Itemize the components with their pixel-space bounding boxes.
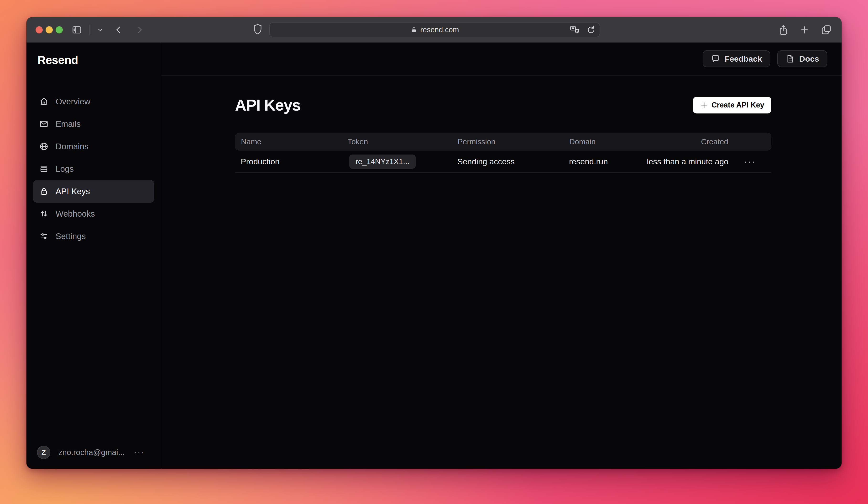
arrows-up-down-icon (39, 209, 49, 218)
table-row: Production re_14NYz1X1... Sending access… (235, 151, 771, 173)
header-actions: Feedback Docs (703, 50, 827, 67)
envelope-icon (39, 119, 49, 129)
tab-overview-icon[interactable] (820, 24, 832, 36)
sidebar-item-label: Domains (55, 142, 89, 151)
sidebar-item-settings[interactable]: Settings (33, 225, 154, 248)
permission-cell: Sending access (457, 157, 569, 166)
traffic-lights (35, 26, 63, 33)
sidebar: Resend Overview Emails (27, 42, 161, 468)
url-text: resend.com (421, 26, 459, 34)
account-row[interactable]: Z zno.rocha@gmai... ··· (37, 446, 144, 459)
sidebar-toggle-icon[interactable] (71, 24, 82, 36)
create-api-key-label: Create API Key (712, 101, 764, 109)
token-chip[interactable]: re_14NYz1X1... (349, 154, 416, 169)
column-header-permission: Permission (458, 137, 569, 146)
sidebar-nav: Overview Emails Domains (33, 90, 154, 248)
sidebar-item-label: Logs (55, 164, 74, 174)
domain-cell: resend.run (569, 157, 646, 166)
api-keys-table: Name Token Permission Domain Created Pro… (235, 133, 771, 173)
create-api-key-button[interactable]: Create API Key (693, 97, 771, 113)
document-icon (785, 54, 795, 63)
app-shell: Resend Overview Emails (27, 42, 841, 468)
token-cell: re_14NYz1X1... (348, 154, 457, 169)
address-bar-actions (569, 23, 595, 37)
table-header: Name Token Permission Domain Created (235, 133, 771, 151)
browser-window: resend.com (27, 17, 841, 468)
sidebar-item-label: Emails (55, 119, 81, 129)
browser-titlebar: resend.com (27, 17, 841, 42)
privacy-shield-icon[interactable] (253, 23, 263, 36)
chevron-down-icon[interactable] (97, 27, 103, 33)
sidebar-item-api-keys[interactable]: API Keys (33, 180, 154, 203)
new-tab-icon[interactable] (799, 25, 809, 35)
reload-icon[interactable] (586, 25, 595, 34)
plus-icon (700, 101, 708, 109)
sliders-icon (39, 232, 49, 241)
sidebar-item-overview[interactable]: Overview (33, 90, 154, 113)
translate-icon[interactable] (569, 25, 580, 34)
column-header-token: Token (348, 137, 458, 146)
column-header-created: Created (646, 137, 728, 146)
account-email: zno.rocha@gmai... (59, 448, 125, 457)
sidebar-item-label: Overview (55, 97, 91, 106)
logs-icon (39, 164, 49, 173)
sidebar-item-label: Settings (55, 231, 86, 241)
sidebar-item-label: API Keys (55, 187, 90, 196)
minimize-window-button[interactable] (45, 26, 53, 33)
docs-button[interactable]: Docs (777, 50, 827, 67)
created-cell: less than a minute ago (646, 157, 728, 166)
column-header-domain: Domain (569, 137, 646, 146)
feedback-button[interactable]: Feedback (703, 50, 770, 67)
address-bar[interactable]: resend.com (269, 22, 600, 37)
globe-icon (39, 142, 49, 151)
page-head: API Keys Create API Key (235, 96, 771, 114)
api-key-name: Production (235, 157, 348, 166)
sidebar-item-emails[interactable]: Emails (33, 113, 154, 135)
toolbar-right-cluster (778, 17, 832, 42)
share-icon[interactable] (778, 24, 788, 36)
toolbar-separator (90, 24, 90, 35)
lock-icon (410, 26, 417, 33)
page-title: API Keys (235, 96, 300, 114)
sidebar-item-logs[interactable]: Logs (33, 158, 154, 180)
forward-button[interactable] (135, 25, 144, 34)
row-actions-button[interactable]: ··· (728, 157, 771, 166)
account-menu-button[interactable]: ··· (134, 448, 144, 457)
resend-logo[interactable]: Resend (38, 53, 78, 67)
main-header: Feedback Docs (161, 42, 841, 76)
lock-icon (39, 187, 49, 196)
feedback-bubble-icon (711, 54, 720, 63)
sidebar-item-domains[interactable]: Domains (33, 135, 154, 158)
feedback-label: Feedback (725, 54, 762, 63)
sidebar-item-webhooks[interactable]: Webhooks (33, 203, 154, 225)
avatar: Z (37, 446, 50, 459)
zoom-window-button[interactable] (55, 26, 63, 33)
sidebar-item-label: Webhooks (55, 209, 95, 219)
toolbar-left-cluster (71, 17, 144, 42)
close-window-button[interactable] (35, 26, 43, 33)
home-icon (39, 97, 49, 106)
page-content: API Keys Create API Key Name Token Permi… (235, 75, 771, 173)
main-area: Feedback Docs API Keys (161, 42, 841, 468)
back-button[interactable] (114, 25, 123, 34)
column-header-name: Name (235, 137, 348, 146)
docs-label: Docs (799, 54, 819, 63)
